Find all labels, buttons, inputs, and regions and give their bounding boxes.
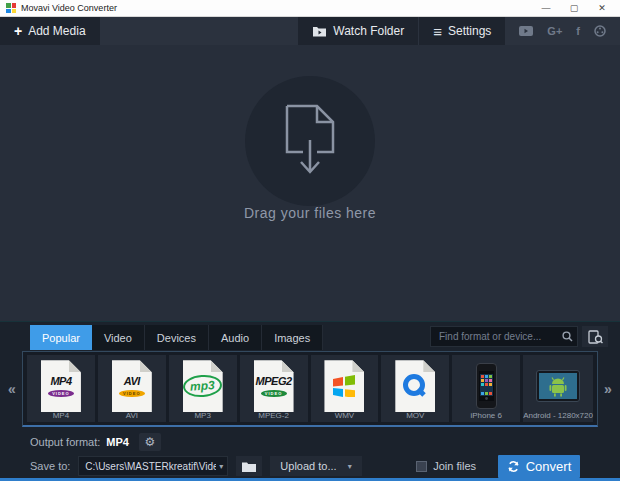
minimize-button[interactable]: — xyxy=(532,1,560,16)
tab-video[interactable]: Video xyxy=(92,325,145,350)
quicktime-q-icon xyxy=(395,360,435,412)
chevron-down-icon: ▾ xyxy=(219,462,223,471)
save-path-dropdown[interactable]: C:\Users\MASTERkreatif\Videos\V ▾ xyxy=(78,456,228,476)
chevron-down-icon: ▾ xyxy=(348,462,352,471)
settings-button[interactable]: ≡ Settings xyxy=(419,17,505,45)
upload-to-button[interactable]: Upload to... ▾ xyxy=(270,456,361,476)
settings-label: Settings xyxy=(448,24,491,38)
format-iphone6[interactable]: iPhone 6 xyxy=(452,355,520,422)
titlebar: Movavi Video Converter — ▢ ✕ xyxy=(0,0,620,17)
watch-folder-icon xyxy=(312,25,327,37)
drop-circle xyxy=(245,76,375,206)
format-android[interactable]: Android - 1280x720 xyxy=(523,355,593,422)
tab-devices[interactable]: Devices xyxy=(145,325,209,350)
bottom-panel: Popular Video Devices Audio Images « xyxy=(0,322,620,478)
convert-button[interactable]: Convert xyxy=(498,455,580,478)
upload-to-label: Upload to... xyxy=(280,460,336,472)
save-path-value: C:\Users\MASTERkreatif\Videos\V xyxy=(85,461,216,472)
add-media-button[interactable]: + Add Media xyxy=(0,17,100,45)
formats-strip: MP4 VIDEO MP4 AVI VIDEO AVI mp3 xyxy=(22,351,598,427)
document-search-icon xyxy=(588,330,603,344)
iphone-icon xyxy=(476,363,497,409)
format-mov[interactable]: MOV xyxy=(381,355,449,422)
join-files-label: Join files xyxy=(433,460,476,472)
mpeg2-file-icon: MPEG2 VIDEO xyxy=(254,360,294,412)
film-reel-icon[interactable] xyxy=(594,25,606,37)
app-window: Movavi Video Converter — ▢ ✕ + Add Media… xyxy=(0,0,620,481)
category-tabs-row: Popular Video Devices Audio Images xyxy=(0,322,620,350)
drop-zone[interactable]: Drag your files here xyxy=(0,45,620,322)
avi-file-icon: AVI VIDEO xyxy=(112,360,152,412)
hamburger-icon: ≡ xyxy=(433,24,442,39)
save-row: Save to: C:\Users\MASTERkreatif\Videos\V… xyxy=(0,455,620,478)
facebook-icon[interactable]: f xyxy=(576,25,580,37)
gear-icon: ⚙ xyxy=(145,435,156,449)
windows-flag-icon xyxy=(332,375,356,397)
mp4-file-icon: MP4 VIDEO xyxy=(41,360,81,412)
convert-label: Convert xyxy=(526,459,572,474)
output-format-value: MP4 xyxy=(106,436,129,448)
maximize-button[interactable]: ▢ xyxy=(560,1,588,16)
scroll-right-button[interactable]: » xyxy=(598,351,618,427)
youtube-icon[interactable] xyxy=(519,26,533,36)
format-mp3[interactable]: mp3 MP3 xyxy=(169,355,237,422)
tab-images[interactable]: Images xyxy=(262,325,323,350)
add-media-label: Add Media xyxy=(28,24,85,38)
convert-sync-icon xyxy=(507,460,520,473)
folder-icon xyxy=(242,461,256,472)
join-files-checkbox[interactable] xyxy=(416,461,427,472)
window-title: Movavi Video Converter xyxy=(21,3,532,13)
wmv-file-icon xyxy=(324,360,364,412)
tab-audio[interactable]: Audio xyxy=(209,325,262,350)
google-plus-icon[interactable]: G+ xyxy=(547,25,562,37)
output-format-label: Output format: xyxy=(30,436,100,448)
watch-folder-button[interactable]: Watch Folder xyxy=(298,17,418,45)
browse-folder-button[interactable] xyxy=(236,456,262,476)
format-search-input[interactable] xyxy=(439,331,560,342)
format-search-box xyxy=(430,326,578,347)
format-wmv[interactable]: WMV xyxy=(311,355,379,422)
format-mp4[interactable]: MP4 VIDEO MP4 xyxy=(27,355,95,422)
scroll-left-button[interactable]: « xyxy=(2,351,22,427)
watch-folder-label: Watch Folder xyxy=(333,24,404,38)
format-browser-button[interactable] xyxy=(582,326,608,347)
social-links: G+ f xyxy=(505,17,620,45)
toolbar: + Add Media Watch Folder ≡ Settings G+ f xyxy=(0,17,620,45)
mp3-file-icon: mp3 xyxy=(183,360,223,412)
drop-zone-label: Drag your files here xyxy=(0,205,620,221)
plus-icon: + xyxy=(14,23,22,39)
file-drop-icon xyxy=(279,104,341,178)
format-avi[interactable]: AVI VIDEO AVI xyxy=(98,355,166,422)
search-icon[interactable] xyxy=(562,331,573,342)
android-tablet-icon xyxy=(536,370,580,402)
format-mpeg2[interactable]: MPEG2 VIDEO MPEG-2 xyxy=(240,355,308,422)
save-to-label: Save to: xyxy=(30,460,70,472)
close-button[interactable]: ✕ xyxy=(588,1,616,16)
output-format-row: Output format: MP4 ⚙ xyxy=(0,431,620,452)
tab-popular[interactable]: Popular xyxy=(30,325,92,350)
app-logo-icon xyxy=(6,3,16,13)
formats-strip-row: « MP4 VIDEO MP4 AVI VIDEO AVI xyxy=(0,350,620,427)
join-files-toggle[interactable]: Join files xyxy=(416,460,476,472)
format-settings-button[interactable]: ⚙ xyxy=(139,433,161,451)
